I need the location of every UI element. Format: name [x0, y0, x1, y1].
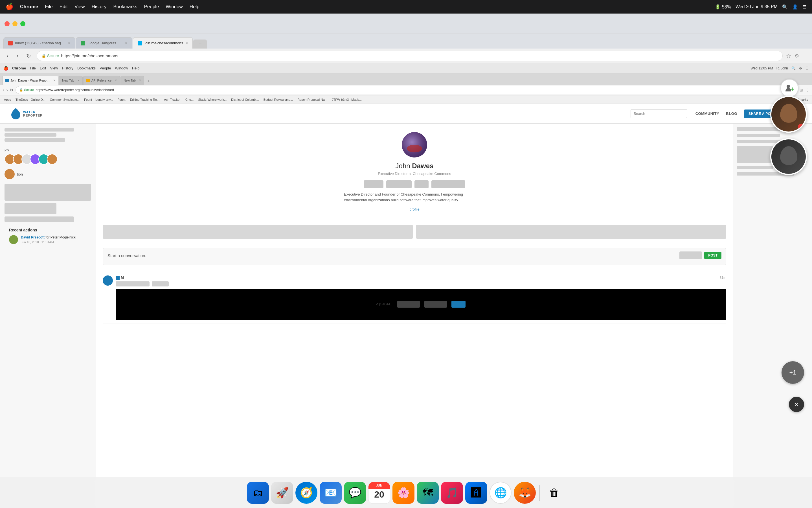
add-person-button[interactable] — [780, 79, 799, 97]
inner-menu-view[interactable]: View — [50, 66, 58, 70]
dock-safari[interactable]: 🧭 — [296, 482, 317, 504]
nav-blog[interactable]: BLOG — [726, 112, 737, 116]
dock-appstore[interactable]: 🅰 — [465, 482, 487, 504]
bookmark-star-icon[interactable]: ☆ — [786, 52, 791, 59]
nav-community[interactable]: COMMUNITY — [695, 112, 719, 116]
dock-messages[interactable]: 💬 — [344, 482, 366, 504]
inner-menu-people[interactable]: People — [100, 66, 111, 70]
maximize-window-button[interactable] — [20, 21, 26, 26]
back-button[interactable]: ‹ — [4, 51, 11, 60]
menu-help[interactable]: Help — [190, 4, 199, 10]
menu-history[interactable]: History — [91, 4, 106, 10]
close-overlay-button[interactable]: × — [789, 397, 804, 412]
menu-view[interactable]: View — [75, 4, 85, 10]
action-btn-3[interactable] — [414, 180, 428, 188]
close-inner-tab-newtab2[interactable]: × — [139, 79, 141, 82]
inner-menu-icon[interactable]: ☰ — [806, 66, 809, 70]
inner-tab-apiref[interactable]: API Reference × — [83, 76, 120, 85]
bookmark-thedocs[interactable]: TheDocs - Online D... — [14, 97, 47, 102]
inner-menu-chrome[interactable]: Chrome — [12, 66, 26, 70]
new-tab-button[interactable]: + — [193, 40, 207, 48]
dock-maps[interactable]: 🗺 — [417, 482, 439, 504]
profile-avatar[interactable] — [402, 132, 427, 158]
inner-menu-file[interactable]: File — [30, 66, 36, 70]
inner-forward-button[interactable]: › — [6, 88, 8, 92]
action-btn-4[interactable] — [432, 180, 465, 188]
action-user-link[interactable]: David Prescott — [21, 236, 45, 239]
inner-menu-dots-icon[interactable]: ⋮ — [805, 88, 809, 92]
menu-chrome[interactable]: Chrome — [20, 4, 38, 10]
close-window-button[interactable] — [4, 21, 10, 26]
inner-reload-button[interactable]: ↻ — [10, 88, 13, 92]
tab-hangouts[interactable]: Google Hangouts × — [76, 37, 132, 48]
dock-finder[interactable]: 🗂 — [247, 482, 269, 504]
bookmark-jtfw[interactable]: JTFW-b1m3 | Mapb... — [331, 97, 363, 102]
inner-menu-window[interactable]: Window — [115, 66, 128, 70]
menu-bookmarks[interactable]: Bookmarks — [113, 4, 137, 10]
close-tab-gmail[interactable]: × — [68, 41, 71, 46]
dock-music[interactable]: 🎵 — [441, 482, 463, 504]
action-btn-1[interactable] — [364, 180, 384, 188]
menu-window[interactable]: Window — [166, 4, 183, 10]
bookmark-editing[interactable]: Editing Tracking Re... — [129, 97, 161, 102]
address-bar[interactable]: 🔒 Secure https://join.me/chesacommons — [37, 51, 783, 61]
participant-2[interactable] — [770, 138, 807, 175]
dock-launchpad[interactable]: 🚀 — [271, 482, 293, 504]
post-button[interactable]: POST — [704, 252, 721, 259]
bookmark-apps[interactable]: Apps — [3, 97, 12, 102]
search-icon[interactable]: 🔍 — [782, 4, 788, 10]
bookmark-dc[interactable]: District of Columbi... — [230, 97, 260, 102]
extensions-icon[interactable]: ⚙ — [795, 53, 799, 59]
inner-extensions-icon[interactable]: ⊞ — [800, 88, 803, 92]
dock-trash[interactable]: 🗑 — [543, 482, 565, 504]
dock-firefox[interactable]: 🦊 — [514, 482, 536, 504]
reload-button[interactable]: ↻ — [24, 51, 33, 60]
menu-people[interactable]: People — [144, 4, 159, 10]
tab-joinme[interactable]: join.me/chesacommons × — [133, 37, 193, 48]
bookmark-slack[interactable]: Slack: Where work... — [197, 97, 228, 102]
inner-back-button[interactable]: ‹ — [3, 88, 4, 92]
bookmark-rauch[interactable]: Rauch-Proposal-Na... — [296, 97, 328, 102]
menu-icon[interactable]: ☰ — [802, 4, 806, 10]
bookmark-fount1[interactable]: Fount - Identify any... — [83, 97, 114, 102]
inner-tab-wr[interactable]: John Dawes · Water Reporter × — [2, 76, 58, 85]
menu-dots-icon[interactable]: ⋮ — [802, 53, 808, 59]
dock-calendar[interactable]: JUN 20 — [368, 482, 390, 504]
inner-new-tab-button[interactable]: + — [145, 77, 153, 85]
feed-user-avatar[interactable] — [103, 276, 113, 286]
menu-edit[interactable]: Edit — [59, 4, 68, 10]
inner-tab-newtab1[interactable]: New Tab × — [59, 76, 83, 85]
tab-gmail[interactable]: Inbox (12,642) - chadha.saga... × — [3, 37, 75, 48]
minimize-window-button[interactable] — [12, 21, 17, 26]
inner-settings-icon[interactable]: ⚙ — [799, 66, 802, 70]
view-profile-link[interactable]: profile — [104, 207, 725, 211]
menu-file[interactable]: File — [45, 4, 52, 10]
bookmark-fount2[interactable]: Fount — [117, 97, 127, 102]
close-inner-tab-wr[interactable]: × — [53, 79, 55, 82]
close-tab-joinme[interactable]: × — [185, 41, 188, 46]
person-avatar-6[interactable] — [47, 154, 57, 165]
inner-menu-history[interactable]: History — [62, 66, 73, 70]
plus-participants-button[interactable]: +1 — [781, 361, 804, 384]
wr-logo[interactable]: WATER REPORTER — [11, 108, 43, 119]
bookmark-ash[interactable]: Ash Tracker — Che... — [163, 97, 195, 102]
dock-mail[interactable]: 📧 — [320, 482, 342, 504]
participant-1[interactable]: ⏺ — [770, 96, 807, 133]
search-input[interactable] — [631, 109, 687, 118]
bookmark-budget[interactable]: Budget Review and... — [262, 97, 294, 102]
feed-image[interactable]: o (S40/M... — [116, 289, 726, 320]
inner-menu-help[interactable]: Help — [132, 66, 140, 70]
forward-button[interactable]: › — [14, 51, 21, 60]
close-inner-tab-newtab1[interactable]: × — [78, 79, 80, 82]
dock-chrome[interactable]: 🌐 — [490, 482, 511, 504]
inner-apple-icon[interactable]: 🍎 — [3, 66, 8, 71]
inner-search-icon[interactable]: 🔍 — [792, 66, 796, 70]
post-input-placeholder[interactable] — [679, 251, 702, 259]
close-inner-tab-apiref[interactable]: × — [115, 79, 117, 82]
action-user-avatar[interactable] — [9, 235, 18, 244]
action-btn-2[interactable] — [386, 180, 412, 188]
user-avatar-icon[interactable]: 👤 — [792, 4, 798, 10]
inner-tab-newtab2[interactable]: New Tab × — [121, 76, 144, 85]
close-tab-hangouts[interactable]: × — [125, 41, 128, 46]
inner-menu-edit[interactable]: Edit — [40, 66, 46, 70]
